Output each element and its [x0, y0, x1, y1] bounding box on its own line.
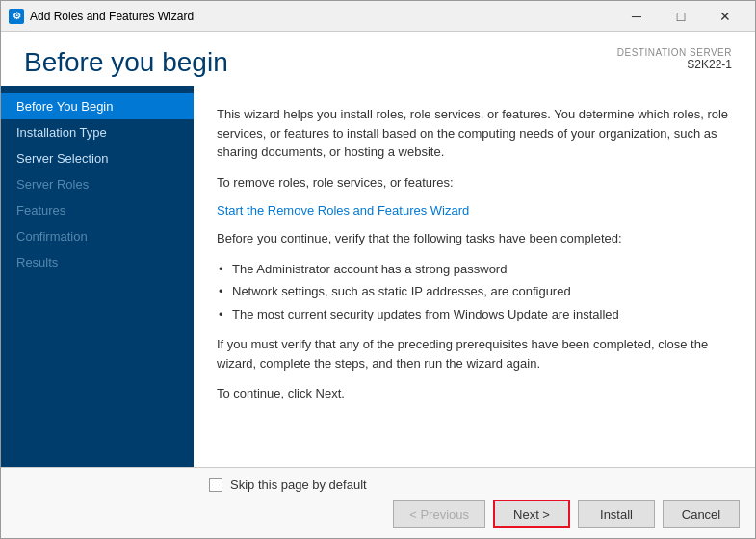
sidebar-item-server-roles: Server Roles	[1, 171, 194, 197]
window-title: Add Roles and Features Wizard	[30, 10, 614, 23]
window-controls: ─ □ ✕	[614, 1, 747, 32]
paragraph3: Before you continue, verify that the fol…	[217, 229, 732, 248]
maximize-button[interactable]: □	[659, 1, 703, 32]
skip-checkbox[interactable]	[209, 478, 222, 492]
main-content: This wizard helps you install roles, rol…	[194, 86, 755, 467]
install-button[interactable]: Install	[578, 500, 655, 528]
bullet-item: The Administrator account has a strong p…	[217, 260, 732, 279]
remove-roles-link[interactable]: Start the Remove Roles and Features Wiza…	[217, 203, 469, 218]
wizard-header: Before you begin DESTINATION SERVER S2K2…	[1, 32, 755, 86]
close-button[interactable]: ✕	[703, 1, 747, 32]
paragraph2: To remove roles, role services, or featu…	[217, 173, 732, 192]
destination-label: DESTINATION SERVER	[617, 47, 732, 58]
bullet-item: Network settings, such as static IP addr…	[217, 282, 732, 301]
app-icon: ⚙	[9, 9, 24, 24]
next-button[interactable]: Next >	[493, 500, 570, 528]
paragraph1: This wizard helps you install roles, rol…	[217, 105, 732, 162]
wizard-body: Before You BeginInstallation TypeServer …	[1, 86, 755, 467]
sidebar-item-results: Results	[1, 249, 194, 275]
sidebar: Before You BeginInstallation TypeServer …	[1, 86, 194, 467]
previous-button[interactable]: < Previous	[393, 500, 485, 528]
skip-row: Skip this page by default	[16, 477, 740, 492]
skip-label: Skip this page by default	[230, 477, 367, 492]
footer: Skip this page by default < Previous Nex…	[1, 467, 755, 538]
sidebar-item-server-selection[interactable]: Server Selection	[1, 145, 194, 171]
page-title: Before you begin	[24, 47, 228, 78]
sidebar-item-features: Features	[1, 197, 194, 223]
prerequisites-list: The Administrator account has a strong p…	[217, 260, 732, 324]
wizard-window: ⚙ Add Roles and Features Wizard ─ □ ✕ Be…	[0, 0, 756, 539]
destination-server-info: DESTINATION SERVER S2K22-1	[617, 47, 732, 71]
button-row: < Previous Next > Install Cancel	[16, 500, 740, 528]
title-bar: ⚙ Add Roles and Features Wizard ─ □ ✕	[1, 1, 755, 32]
paragraph4: If you must verify that any of the prece…	[217, 335, 732, 372]
server-name: S2K22-1	[617, 58, 732, 71]
minimize-button[interactable]: ─	[614, 1, 659, 32]
paragraph5: To continue, click Next.	[217, 384, 732, 403]
bullet-item: The most current security updates from W…	[217, 305, 732, 324]
sidebar-item-installation-type[interactable]: Installation Type	[1, 119, 194, 145]
sidebar-item-before-you-begin[interactable]: Before You Begin	[1, 93, 194, 119]
cancel-button[interactable]: Cancel	[663, 500, 740, 528]
sidebar-item-confirmation: Confirmation	[1, 223, 194, 249]
